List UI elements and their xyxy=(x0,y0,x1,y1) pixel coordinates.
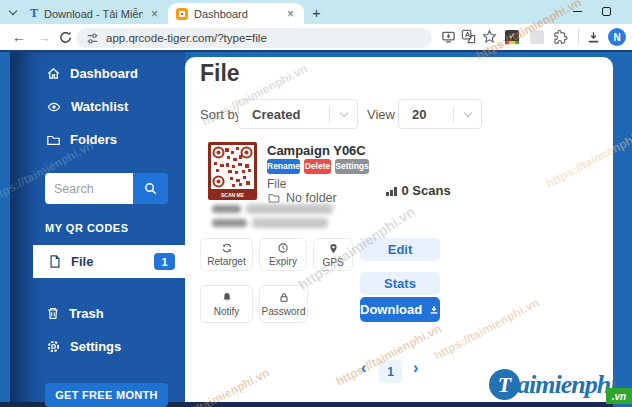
notify-button[interactable]: Notify xyxy=(200,285,253,323)
profile-avatar[interactable]: N xyxy=(608,28,626,46)
view-value: 20 xyxy=(399,107,453,122)
send-to-devices-button[interactable] xyxy=(441,29,456,44)
sidebar-item-trash[interactable]: Trash xyxy=(46,306,104,321)
view-label: View xyxy=(367,107,395,122)
get-free-month-button[interactable]: GET FREE MONTH xyxy=(45,383,168,407)
sidebar-item-file-active[interactable]: File 1 xyxy=(33,245,185,278)
extensions-button[interactable] xyxy=(553,30,568,45)
count-badge: 1 xyxy=(154,253,175,270)
downloads-button[interactable] xyxy=(586,30,601,45)
refresh-icon xyxy=(221,242,233,254)
rename-button[interactable]: Rename xyxy=(267,159,300,174)
sidebar-item-dashboard[interactable]: Dashboard xyxy=(46,66,138,81)
site-settings-tune-icon[interactable] xyxy=(86,32,99,45)
view-select[interactable]: 20 xyxy=(398,99,482,129)
search-button[interactable] xyxy=(133,173,168,204)
expiry-button[interactable]: Expiry xyxy=(259,238,307,271)
tab-dashboard[interactable]: Dashboard × xyxy=(168,3,304,24)
tab-taimienphi[interactable]: T Download - Tải Miễn Phí VN - F × xyxy=(22,3,168,24)
home-icon xyxy=(46,66,61,81)
address-bar[interactable]: app.qrcode-tiger.com/?type=file xyxy=(76,28,432,48)
redacted-url-row xyxy=(212,204,333,214)
sidebar-item-watchlist[interactable]: Watchlist xyxy=(46,99,128,114)
taimienphi-logo-text: aimienphi xyxy=(517,370,616,400)
file-icon xyxy=(48,254,62,269)
sidebar-item-label: Dashboard xyxy=(70,66,138,81)
new-tab-button[interactable]: + xyxy=(312,4,321,21)
pagination-page-1[interactable]: 1 xyxy=(379,360,402,383)
folder-icon xyxy=(46,133,61,147)
qr-type-label: File xyxy=(267,177,286,191)
translate-button[interactable]: A xyxy=(461,29,476,44)
pagination-next-button[interactable]: › xyxy=(413,359,418,377)
download-button[interactable]: Download xyxy=(360,297,440,322)
retarget-button[interactable]: Retarget xyxy=(200,238,253,271)
chevron-down-icon xyxy=(339,108,347,116)
bookmark-star-button[interactable] xyxy=(482,29,497,44)
tab-close-icon[interactable]: × xyxy=(285,7,296,21)
taimienphi-logo-vn-badge: .vn xyxy=(606,388,632,404)
tab-search-button[interactable] xyxy=(6,5,20,19)
trash-icon xyxy=(46,306,60,321)
settings-button[interactable]: Settings xyxy=(335,159,369,174)
delete-button[interactable]: Delete xyxy=(304,159,331,174)
sort-by-label: Sort by xyxy=(200,107,241,122)
edit-button[interactable]: Edit xyxy=(360,238,440,261)
toolbar-divider xyxy=(578,30,579,45)
taimienphi-logo-t: T xyxy=(489,369,520,400)
window-maximize-button[interactable] xyxy=(602,7,611,16)
location-pin-icon xyxy=(328,242,339,255)
sidebar-search xyxy=(45,173,168,204)
folder-label: No folder xyxy=(286,191,337,205)
back-button[interactable]: ← xyxy=(12,29,26,45)
sidebar-item-folders[interactable]: Folders xyxy=(46,132,117,147)
pagination-prev-button[interactable]: ‹ xyxy=(361,359,366,377)
gps-button[interactable]: GPS xyxy=(313,238,353,271)
sidebar-item-label: Trash xyxy=(69,306,104,321)
star-icon xyxy=(482,29,497,44)
lock-icon xyxy=(278,291,290,304)
password-button[interactable]: Password xyxy=(259,285,308,323)
redacted-created-row xyxy=(212,218,328,228)
folder-assignment: No folder xyxy=(267,191,337,205)
page-title: File xyxy=(200,60,240,87)
sidebar-item-settings[interactable]: Settings xyxy=(46,339,121,354)
sidebar-item-label: Watchlist xyxy=(71,99,128,114)
tab-close-icon[interactable]: × xyxy=(149,7,160,21)
sort-by-select[interactable]: Created xyxy=(238,99,358,129)
extension-idm-icon[interactable]: ✓ xyxy=(505,30,519,44)
sidebar-item-label: Settings xyxy=(70,339,121,354)
download-icon xyxy=(586,30,601,45)
browser-window: T Download - Tải Miễn Phí VN - F × Dashb… xyxy=(0,0,632,407)
eye-icon xyxy=(46,100,62,114)
tab-title: Dashboard xyxy=(194,8,279,20)
reload-button[interactable] xyxy=(58,30,73,45)
qr-caption: SCAN ME xyxy=(221,192,245,198)
sort-by-value: Created xyxy=(239,107,329,122)
forward-button[interactable]: → xyxy=(37,29,51,45)
search-icon xyxy=(143,181,158,196)
clock-icon xyxy=(277,242,289,254)
tab-title: Download - Tải Miễn Phí VN - F xyxy=(44,8,143,20)
taimienphi-favicon-icon: T xyxy=(30,6,38,21)
taimienphi-logo: T aimienphi xyxy=(489,369,616,400)
search-input[interactable] xyxy=(45,173,133,204)
puzzle-icon xyxy=(553,30,568,45)
window-minimize-button[interactable] xyxy=(573,11,582,12)
qr-code-image: SCAN ME xyxy=(208,142,257,200)
sidebar-item-label: Folders xyxy=(70,132,117,147)
chevron-down-icon xyxy=(463,108,471,116)
translate-icon: A xyxy=(461,29,476,44)
download-icon xyxy=(428,304,440,316)
gear-icon xyxy=(46,339,61,354)
bell-icon xyxy=(221,291,233,304)
qrtiger-favicon-icon xyxy=(176,8,188,20)
sidebar-item-label: File xyxy=(71,254,93,269)
qr-code-thumbnail[interactable]: SCAN ME xyxy=(208,142,257,200)
stats-button[interactable]: Stats xyxy=(360,272,440,295)
qr-campaign-title: Campaign Y06C xyxy=(267,143,366,158)
scan-count: 0 Scans xyxy=(386,183,451,198)
url-text[interactable]: app.qrcode-tiger.com/?type=file xyxy=(106,32,267,44)
extension-disabled-icon[interactable] xyxy=(530,30,544,44)
sidebar-section-title: MY QR CODES xyxy=(45,222,129,234)
